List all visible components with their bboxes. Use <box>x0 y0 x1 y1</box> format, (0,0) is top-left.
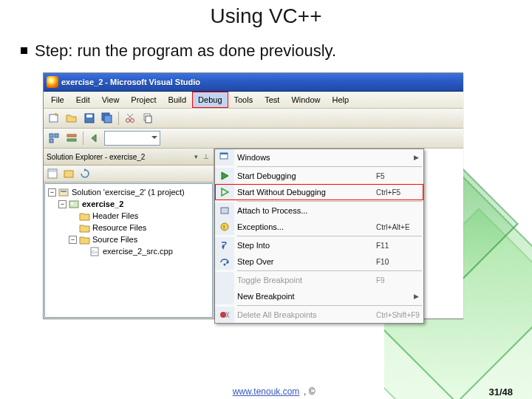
tree-folder[interactable]: Header Files <box>47 210 211 222</box>
menu-item-shortcut: F5 <box>376 172 419 180</box>
solution-explorer-panel: Solution Explorer - exercise_2 ▾ ⊥ −Solu… <box>44 149 214 318</box>
menu-file[interactable]: File <box>45 92 70 108</box>
screenshot-window: exercise_2 - Microsoft Visual Studio Fil… <box>43 72 463 319</box>
menu-test[interactable]: Test <box>259 92 285 108</box>
tree-icon <box>79 223 90 233</box>
tree-icon: C+ <box>89 247 100 256</box>
menu-separator <box>237 236 422 236</box>
menu-build[interactable]: Build <box>163 92 192 108</box>
slide-bullet: Step: run the program as done previously… <box>21 41 336 61</box>
dropdown-icon[interactable]: ▾ <box>191 152 200 161</box>
menu-item-exceptions-[interactable]: !Exceptions...Ctrl+Alt+E <box>215 219 423 235</box>
menu-edit[interactable]: Edit <box>70 92 96 108</box>
menu-item-new-breakpoint[interactable]: New Breakpoint▶ <box>215 288 423 304</box>
tree-folder[interactable]: −Source Files <box>47 233 211 245</box>
menu-item-label: Step Over <box>237 257 376 266</box>
svg-rect-24 <box>220 153 228 154</box>
solution-tree[interactable]: −Solution 'exercise_2' (1 project)−exerc… <box>44 183 213 318</box>
menu-item-attach-to-process-[interactable]: Attach to Process... <box>215 202 423 219</box>
tree-icon <box>79 235 90 245</box>
menu-item-shortcut: Ctrl+F5 <box>376 188 419 197</box>
tree-file[interactable]: C+exercise_2_src.cpp <box>47 245 211 257</box>
menu-tools[interactable]: Tools <box>228 92 259 108</box>
menu-separator <box>237 201 422 202</box>
app-icon <box>47 76 58 88</box>
tb-icon[interactable] <box>46 130 62 146</box>
menu-separator <box>237 166 422 167</box>
footer-link[interactable]: www.tenouk.com <box>233 386 300 397</box>
page-number: 31/48 <box>488 386 513 398</box>
menu-project[interactable]: Project <box>125 92 162 108</box>
tree-icon <box>58 188 69 197</box>
menu-item-start-debugging[interactable]: Start DebuggingF5 <box>215 168 423 184</box>
svg-rect-25 <box>221 208 228 214</box>
menu-item-toggle-breakpoint: Toggle BreakpointF9 <box>215 272 423 288</box>
menu-item-step-into[interactable]: Step IntoF11 <box>215 237 423 253</box>
cut-icon[interactable] <box>122 110 138 126</box>
svg-rect-15 <box>49 170 56 172</box>
menu-item-step-over[interactable]: Step OverF10 <box>215 253 423 270</box>
toolbar-second <box>44 129 463 149</box>
footer-copyright: , © <box>304 386 316 397</box>
svg-rect-20 <box>71 202 73 205</box>
tb-icon2[interactable] <box>64 130 80 146</box>
save-all-icon[interactable] <box>99 110 115 126</box>
config-dropdown[interactable] <box>104 131 160 146</box>
menu-view[interactable]: View <box>96 92 126 108</box>
svg-point-29 <box>220 312 226 318</box>
menu-item-shortcut: Ctrl+Shift+F9 <box>376 311 419 319</box>
refresh-icon[interactable] <box>78 167 92 180</box>
tree-icon <box>69 200 80 209</box>
show-all-icon[interactable] <box>62 167 75 180</box>
titlebar: exercise_2 - Microsoft Visual Studio <box>44 73 463 92</box>
menu-item-shortcut: F10 <box>376 258 419 266</box>
tree-project[interactable]: −exercise_2 <box>47 198 211 210</box>
menu-item-start-without-debugging[interactable]: Start Without DebuggingCtrl+F5 <box>215 184 423 200</box>
expand-icon[interactable]: − <box>58 200 66 208</box>
menu-separator <box>237 305 422 306</box>
svg-rect-11 <box>50 139 53 143</box>
svg-rect-2 <box>86 115 92 117</box>
menu-item-delete-all-breakpoints: Delete All BreakpointsCtrl+Shift+F9 <box>215 307 423 323</box>
svg-rect-18 <box>61 191 66 192</box>
svg-rect-4 <box>104 115 112 123</box>
menu-item-label: Start Debugging <box>237 171 376 180</box>
menu-item-icon <box>215 272 234 288</box>
pin-icon[interactable]: ⊥ <box>202 152 211 161</box>
menu-window[interactable]: Window <box>285 92 326 108</box>
bullet-icon <box>21 47 27 54</box>
properties-icon[interactable] <box>46 167 59 180</box>
menubar[interactable]: FileEditViewProjectBuildDebugToolsTestWi… <box>44 92 463 109</box>
back-icon[interactable] <box>86 130 103 146</box>
menu-debug[interactable]: Debug <box>192 92 228 108</box>
menu-item-icon <box>215 253 234 270</box>
submenu-arrow-icon: ▶ <box>414 154 419 161</box>
submenu-arrow-icon: ▶ <box>414 293 419 300</box>
slide: Using VC++ Step: run the program as done… <box>0 0 532 399</box>
svg-text:!: ! <box>223 224 225 231</box>
svg-point-28 <box>224 264 226 266</box>
menu-item-label: Step Into <box>237 241 376 250</box>
menu-help[interactable]: Help <box>327 92 355 108</box>
menu-item-shortcut: F9 <box>376 276 419 284</box>
tree-folder[interactable]: Resource Files <box>47 222 211 233</box>
menu-item-label: Delete All Breakpoints <box>237 310 376 319</box>
copy-icon[interactable] <box>140 110 156 126</box>
menu-item-shortcut: F11 <box>376 242 419 250</box>
save-icon[interactable] <box>81 110 98 126</box>
new-project-icon[interactable] <box>46 110 62 126</box>
menu-item-label: New Breakpoint <box>237 292 411 301</box>
menu-item-label: Windows <box>237 153 411 162</box>
tree-solution[interactable]: −Solution 'exercise_2' (1 project) <box>47 186 211 198</box>
svg-point-5 <box>126 119 130 123</box>
expand-icon[interactable]: − <box>48 188 56 197</box>
menu-item-label: Attach to Process... <box>237 206 419 215</box>
menu-item-label: Toggle Breakpoint <box>237 276 376 284</box>
menu-item-windows[interactable]: Windows▶ <box>215 149 423 166</box>
menu-item-shortcut: Ctrl+Alt+E <box>376 223 419 231</box>
expand-icon[interactable]: − <box>69 236 77 244</box>
bullet-text: Step: run the program as done previously… <box>35 41 336 60</box>
open-icon[interactable] <box>64 110 80 126</box>
panel-title: Solution Explorer - exercise_2 <box>47 153 145 161</box>
debug-menu-dropdown: Windows▶Start DebuggingF5Start Without D… <box>214 149 424 324</box>
